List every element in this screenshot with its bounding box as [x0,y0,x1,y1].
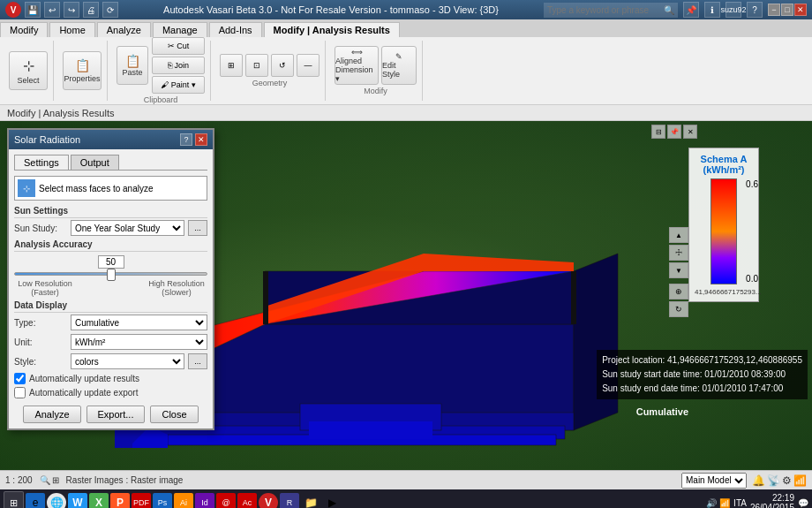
zoom-icon[interactable]: 🔍 [40,475,50,485]
style-select[interactable]: colors [71,353,184,369]
ribbon-group-clipboard: 📋 Paste ✂ Cut ⎘ Join 🖌 Paint ▾ Clipboard [111,41,211,101]
style-more-btn[interactable]: ... [188,353,207,369]
taskicon-ps[interactable]: Ps [153,493,172,508]
qat-redo[interactable]: ↪ [64,2,79,18]
sun-study-select[interactable]: One Year Solar Study [71,220,184,236]
taskicon-revit[interactable]: R [280,493,299,508]
clipboard-small-group: ✂ Cut ⎘ Join 🖌 Paint ▾ [152,37,205,94]
pin-icon[interactable]: 📌 [683,2,699,18]
ribbon: Modify Home Analyze Manage Add-Ins Modif… [0,19,812,105]
taskicon-pdf[interactable]: PDF [132,493,151,508]
dialog-tab-bar: Settings Output [14,155,207,171]
vp-btn-restore[interactable]: ⊟ [651,125,665,139]
taskicon-folder[interactable]: 📁 [301,493,320,508]
taskicon-ppt[interactable]: P [110,493,130,508]
ribbon-group-modify: ⟺ Aligned Dimension ▾ ✎ Edit Style Modif… [329,41,423,101]
fit-icon[interactable]: ⊞ [52,475,59,485]
qat-save[interactable]: 💾 [25,2,41,18]
taskicon-media[interactable]: ▶ [322,493,342,508]
user-btn[interactable]: suzu92 [726,2,741,18]
dialog-close-button[interactable]: ✕ [195,133,207,146]
taskicon-at[interactable]: @ [216,493,236,508]
qat-undo[interactable]: ↩ [44,2,60,18]
nav-up[interactable]: ▲ [669,227,688,243]
geometry-btn2[interactable]: ⊡ [245,54,268,77]
taskicon-word[interactable]: W [68,493,87,508]
search-icon: 🔍 [664,5,674,15]
copy-button[interactable]: ⎘ Join [152,57,205,74]
unit-select[interactable]: kWh/m² [71,334,207,350]
close-button[interactable]: ✕ [794,4,807,16]
dialog-help-button[interactable]: ? [180,133,192,146]
cut-button[interactable]: ✂ Cut [152,37,205,55]
properties-button[interactable]: 📋 Properties [63,51,102,90]
tab-modify-analysis[interactable]: Modify | Analysis Results [264,22,400,37]
nav-zoom[interactable]: ⊕ [669,284,688,299]
aligned-dimension-btn[interactable]: ⟺ Aligned Dimension ▾ [335,46,379,85]
taskicon-excel[interactable]: X [89,493,109,508]
help-icon[interactable]: ? [747,2,763,18]
accuracy-slider-thumb[interactable] [107,269,116,281]
tab-output[interactable]: Output [71,155,119,170]
breadcrumb: Modify | Analysis Results [7,108,114,118]
nav-orbit[interactable]: ↻ [669,301,688,317]
info-icon[interactable]: ℹ [704,2,720,18]
taskbar-right: 🔊 📶 ITA 22:19 26/04/2015 💬 [706,493,808,508]
type-select[interactable]: Cumulative [71,315,207,330]
view-icon-1[interactable]: 🔔 [752,474,765,487]
qat-sync[interactable]: ⟳ [102,2,118,18]
nav-down[interactable]: ▼ [669,262,688,278]
tab-analyze[interactable]: Analyze [97,22,151,37]
taskicon-ai[interactable]: Ai [174,493,193,508]
search-input[interactable] [547,5,662,15]
edit-style-btn[interactable]: ✎ Edit Style [381,46,417,85]
bottom-status-bar: 1 : 200 🔍 ⊞ Raster Images : Raster image… [0,470,812,489]
export-button[interactable]: Export... [86,406,146,423]
model-select[interactable]: Main Model [681,473,747,489]
qat-print[interactable]: 🖨 [83,2,99,18]
taskbar-notif[interactable]: 💬 [798,498,808,508]
accuracy-slider-track[interactable] [14,272,207,276]
taskicon-acad[interactable]: Ac [237,493,257,508]
sun-end-time: Sun study end date time: 01/01/2010 17:4… [602,382,802,396]
paste-button[interactable]: 📋 Paste [117,46,148,85]
vp-btn-close[interactable]: ✕ [683,125,697,139]
tab-settings[interactable]: Settings [14,155,69,170]
auto-update-label: Automatically update results [29,374,139,383]
minimize-button[interactable]: − [768,4,780,16]
geometry-btn4[interactable]: — [297,54,320,77]
ribbon-tab-bar: Modify Home Analyze Manage Add-Ins Modif… [0,19,812,37]
paint-button[interactable]: 🖌 Paint ▾ [152,76,205,94]
view-icon-4[interactable]: 📶 [793,474,807,487]
geometry-btn3[interactable]: ↺ [271,54,294,77]
select-faces-button[interactable]: ⊹ Select mass faces to analyze [14,176,207,201]
taskbar: ⊞ e 🌐 W X P PDF Ps Ai Id @ Ac V R 📁 ▶ 🔊 … [0,489,812,508]
accuracy-value: 50 [98,255,124,269]
view-icon-3[interactable]: ⚙ [782,474,792,487]
taskicon-id[interactable]: Id [195,493,214,508]
legend-max-value: 0.6 [746,179,758,189]
vp-btn-pin[interactable]: 📌 [667,125,681,139]
auto-export-checkbox[interactable] [14,387,26,398]
tab-manage[interactable]: Manage [153,22,207,37]
start-btn[interactable]: ⊞ [4,491,24,508]
taskicon-ie[interactable]: e [26,493,45,508]
analyze-button[interactable]: Analyze [23,406,80,423]
slider-labels: Low Resolution (Faster) High Resolution … [14,279,207,297]
close-dialog-button[interactable]: Close [150,406,198,423]
select-button[interactable]: ⊹ Select [9,51,48,90]
view-icon-2[interactable]: 📡 [767,474,780,487]
auto-export-row: Automatically update export [14,387,207,398]
taskicon-chrome[interactable]: 🌐 [47,493,66,508]
tab-modify[interactable]: Modify [0,22,48,37]
sun-study-more-btn[interactable]: ... [188,220,207,236]
geometry-btn1[interactable]: ⊞ [220,54,243,77]
taskicon-vasari[interactable]: V [259,493,278,508]
dialog-actions: Analyze Export... Close [14,406,207,423]
tab-addins[interactable]: Add-Ins [209,22,262,37]
nav-pan[interactable]: ☩ [669,245,688,261]
dialog-titlebar[interactable]: Solar Radiation ? ✕ [9,130,213,149]
maximize-button[interactable]: □ [781,4,793,16]
auto-update-checkbox[interactable] [14,373,26,384]
tab-home[interactable]: Home [49,22,94,37]
